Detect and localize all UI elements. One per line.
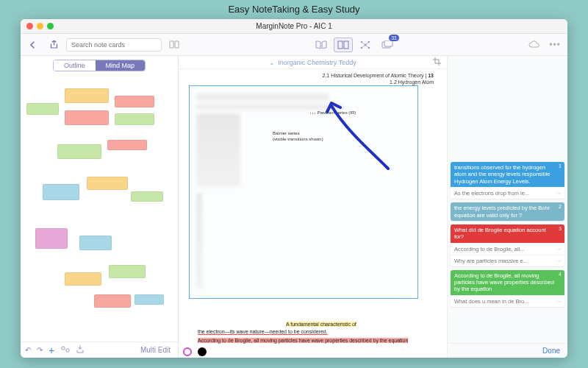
- svg-rect-1: [344, 41, 348, 49]
- mindmap-node[interactable]: [79, 236, 112, 250]
- left-pane: Outline Mind Map ↶ ↷ + Multi Edit: [21, 56, 179, 358]
- blur-region: [196, 193, 202, 289]
- mindmap-node[interactable]: [115, 113, 154, 125]
- left-bottom-toolbar: ↶ ↷ + Multi Edit: [21, 342, 178, 358]
- mindmap-node[interactable]: [107, 140, 147, 150]
- color-swatch-pink[interactable]: [183, 347, 192, 356]
- toolbar: •••: [21, 34, 567, 56]
- crop-icon[interactable]: [433, 57, 441, 67]
- body-text-2: the electron—its wave nature—needed to b…: [198, 328, 437, 336]
- svg-rect-8: [384, 40, 392, 46]
- mindmap-node[interactable]: [115, 96, 154, 107]
- note-card[interactable]: transitions observed for the hydrogen at…: [451, 162, 564, 199]
- share-icon[interactable]: [46, 38, 62, 52]
- note-card[interactable]: According to de Broglie, all moving part…: [451, 270, 564, 307]
- search-input[interactable]: [66, 38, 162, 52]
- annotation-arrow: [326, 99, 392, 172]
- add-node-button[interactable]: +: [49, 344, 54, 356]
- right-pane: › transitions observed for the hydrogen …: [447, 56, 567, 358]
- page-heading: 2.1 Historical Development of Atomic The…: [322, 72, 434, 85]
- book-view-icon[interactable]: [312, 38, 331, 52]
- doc-dropdown-label[interactable]: Inorganic Chemistry Teddy: [278, 59, 356, 66]
- mindmap-node[interactable]: [94, 294, 131, 308]
- mindmap-node[interactable]: [131, 191, 163, 202]
- mindmap-node[interactable]: [65, 272, 101, 286]
- mindmap-node[interactable]: [43, 184, 79, 200]
- flashcards-icon[interactable]: [378, 38, 397, 52]
- back-button[interactable]: [25, 38, 41, 52]
- multi-edit-button[interactable]: Multi Edit: [137, 346, 173, 354]
- color-swatch-black[interactable]: [198, 347, 207, 356]
- tab-mindmap[interactable]: Mind Map: [96, 60, 146, 71]
- split-view-icon[interactable]: [334, 38, 353, 52]
- note-card-item[interactable]: What does u mean in de Bro...: [451, 295, 564, 307]
- mindmap-node[interactable]: [109, 265, 146, 278]
- highlight-colors: [183, 347, 207, 356]
- body-text-3: According to de Broglie, all moving part…: [198, 337, 437, 344]
- mindmap-view-icon[interactable]: [356, 38, 375, 52]
- tab-outline[interactable]: Outline: [54, 60, 96, 71]
- titlebar: MarginNote Pro - AIC 1: [21, 19, 567, 34]
- mindmap-canvas[interactable]: [21, 74, 178, 342]
- more-icon[interactable]: •••: [547, 38, 563, 52]
- note-card[interactable]: the energy levels predicted by the Bohr …: [451, 202, 564, 221]
- export-icon[interactable]: [76, 345, 84, 355]
- svg-rect-0: [338, 41, 343, 49]
- done-bar: Done: [448, 343, 567, 358]
- figure-label-balmer2: (visible transitions shown): [271, 137, 325, 141]
- mindmap-node[interactable]: [65, 88, 109, 103]
- mindmap-node[interactable]: [65, 110, 109, 125]
- mindmap-node[interactable]: [135, 294, 164, 305]
- blur-region: [196, 94, 329, 102]
- body-text-1: A fundamental characteristic of: [198, 321, 437, 328]
- note-card-item[interactable]: Why are particles massive e...: [451, 255, 564, 266]
- blur-region: [196, 113, 240, 187]
- done-button[interactable]: Done: [542, 347, 560, 355]
- left-tab-segment: Outline Mind Map: [53, 60, 146, 71]
- note-card[interactable]: What did de Broglie equation account for…: [451, 224, 564, 266]
- redo-icon[interactable]: ↷: [37, 346, 43, 354]
- book-icon[interactable]: [166, 38, 182, 52]
- note-card-item[interactable]: According to de Broglie, all...: [451, 243, 564, 255]
- undo-icon[interactable]: ↶: [25, 346, 31, 354]
- window-title: MarginNote Pro - AIC 1: [21, 22, 567, 30]
- doc-page[interactable]: 2.1 Historical Development of Atomic The…: [179, 69, 447, 358]
- mindmap-node[interactable]: [35, 228, 68, 249]
- view-mode-tools: [312, 38, 397, 52]
- note-card-item[interactable]: As the electrons drop from le...: [451, 187, 564, 199]
- app-window: MarginNote Pro - AIC 1 ••• Outline: [21, 19, 567, 358]
- mindmap-node[interactable]: [87, 177, 128, 190]
- figure-label-balmer: Balmer series: [271, 131, 301, 135]
- document-pane: ⌄ Inorganic Chemistry Teddy 2.1 Historic…: [179, 56, 447, 358]
- cloud-icon[interactable]: [526, 38, 542, 52]
- svg-point-9: [62, 347, 65, 350]
- note-cards-list: › transitions observed for the hydrogen …: [448, 159, 567, 343]
- blur-region: [196, 105, 343, 110]
- settings-gears-icon[interactable]: [60, 345, 71, 355]
- mindmap-node[interactable]: [57, 144, 101, 159]
- chevron-down-icon[interactable]: ⌄: [269, 59, 275, 66]
- page-banner: Easy NoteTaking & Easy Study: [0, 0, 588, 19]
- mindmap-node[interactable]: [26, 103, 59, 115]
- doc-header: ⌄ Inorganic Chemistry Teddy: [179, 56, 447, 69]
- svg-point-10: [66, 349, 69, 352]
